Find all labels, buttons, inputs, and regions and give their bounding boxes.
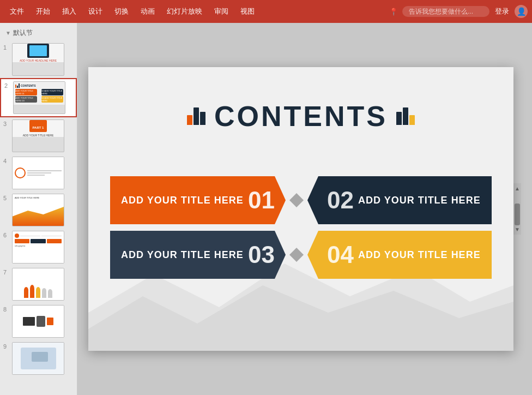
box-02[interactable]: 02 ADD YOUR TITLE HERE [307,176,492,224]
box-01-number: 01 [248,187,275,214]
thumb-image-3: PART 1 ADD YOUR TITLE HERE [12,119,64,152]
slide-title-area: CONTENTS [88,100,513,133]
diamond-arrow-2 [288,247,305,263]
panel-section-header: ▼ 默认节 [0,25,77,41]
box-03[interactable]: ADD YOUR TITLE HERE 03 [110,231,286,279]
slide-thumb-3[interactable]: 3 PART 1 ADD YOUR TITLE HERE [0,117,77,154]
login-button[interactable]: 登录 [491,4,513,19]
slide-num-6: 6 [3,232,9,238]
menu-slideshow[interactable]: 幻灯片放映 [161,4,208,19]
user-avatar[interactable]: 👤 [515,5,528,18]
scrollbar-thumb[interactable] [515,204,520,225]
box-02-label: ADD YOUR TITLE HERE [358,195,481,206]
slide-num-5: 5 [3,195,9,201]
arrow-connector-1 [286,176,307,224]
main-slide: CONTENTS ADD YOUR TITLE HERE 01 [88,67,513,351]
thumb-image-7 [12,268,64,301]
slide-thumb-4[interactable]: 4 [0,154,77,191]
svg-marker-3 [289,248,304,262]
left-chart-icon [187,107,205,125]
thumb-image-1: ADD YOUR HEADLINE HERE [12,43,64,76]
collapse-arrow[interactable]: ▼ [5,30,11,36]
menu-design[interactable]: 设计 [83,4,108,19]
thumb-image-8 [12,305,64,338]
slide-thumb-7[interactable]: 7 [0,266,77,303]
search-area: 📍 [389,6,489,17]
slide-thumb-5[interactable]: 5 ADD YOUR TITLE HERE [0,191,77,229]
box-03-label: ADD YOUR TITLE HERE [121,249,244,261]
thumb-image-5: ADD YOUR TITLE HERE [12,194,64,226]
menu-review[interactable]: 审阅 [209,4,234,19]
thumb-image-4 [12,157,64,189]
slide-thumb-9[interactable]: 9 [0,340,77,377]
main-layout: ▼ 默认节 1 ADD YOUR HEADLINE HERE 2 [0,23,532,395]
box-01[interactable]: ADD YOUR TITLE HERE 01 [110,176,286,224]
menu-bar: 文件 开始 插入 设计 切换 动画 幻灯片放映 审阅 视图 📍 登录 👤 [0,0,532,23]
thumb-image-9 [12,342,64,375]
content-boxes: ADD YOUR TITLE HERE 01 02 ADD YOUR TITLE… [110,176,492,279]
box-03-number: 03 [248,241,275,268]
thumb-image-6: infographic [12,231,64,264]
menu-home[interactable]: 开始 [31,4,56,19]
section-label: 默认节 [13,28,33,38]
slide-num-8: 8 [3,306,9,313]
box-02-number: 02 [327,187,354,214]
slide-num-7: 7 [3,269,9,276]
menu-view[interactable]: 视图 [235,4,260,19]
slide-num-9: 9 [3,343,9,350]
menu-file[interactable]: 文件 [4,4,29,19]
canvas-area: CONTENTS ADD YOUR TITLE HERE 01 [77,23,532,395]
slide-thumb-2[interactable]: 2 CONTENTS ADD YOUR TITLE [0,78,77,117]
arrow-connector-2 [286,231,307,279]
slide-num-4: 4 [3,158,9,164]
slide-num-3: 3 [3,121,9,127]
right-chart-icon [396,107,415,125]
slide-num-1: 1 [3,44,9,51]
menu-animation[interactable]: 动画 [135,4,160,19]
box-04-label: ADD YOUR TITLE HERE [358,249,481,261]
vertical-scrollbar[interactable]: ▲ ▼ [513,183,521,235]
box-01-label: ADD YOUR TITLE HERE [121,195,244,206]
thumb-image-2: CONTENTS ADD YOUR TITLE HERE 01 02 ADD Y… [13,81,65,114]
box-04-number: 04 [327,241,354,268]
slide-panel: ▼ 默认节 1 ADD YOUR HEADLINE HERE 2 [0,23,77,395]
scroll-up-arrow[interactable]: ▲ [513,184,521,193]
content-row-2: ADD YOUR TITLE HERE 03 04 ADD YOUR TITLE… [110,231,492,279]
content-row-1: ADD YOUR TITLE HERE 01 02 ADD YOUR TITLE… [110,176,492,224]
diamond-arrow-1 [288,192,305,208]
menu-transition[interactable]: 切换 [109,4,134,19]
box-04[interactable]: 04 ADD YOUR TITLE HERE [307,231,492,279]
slide-thumb-6[interactable]: 6 infographic [0,229,77,266]
svg-marker-2 [289,193,304,207]
slide-thumb-8[interactable]: 8 [0,303,77,340]
slide-thumb-1[interactable]: 1 ADD YOUR HEADLINE HERE [0,41,77,78]
scroll-down-arrow[interactable]: ▼ [513,225,521,234]
search-input[interactable] [402,6,489,17]
menu-insert[interactable]: 插入 [57,4,82,19]
slide-num-2: 2 [4,82,10,89]
slide-title: CONTENTS [214,100,388,133]
